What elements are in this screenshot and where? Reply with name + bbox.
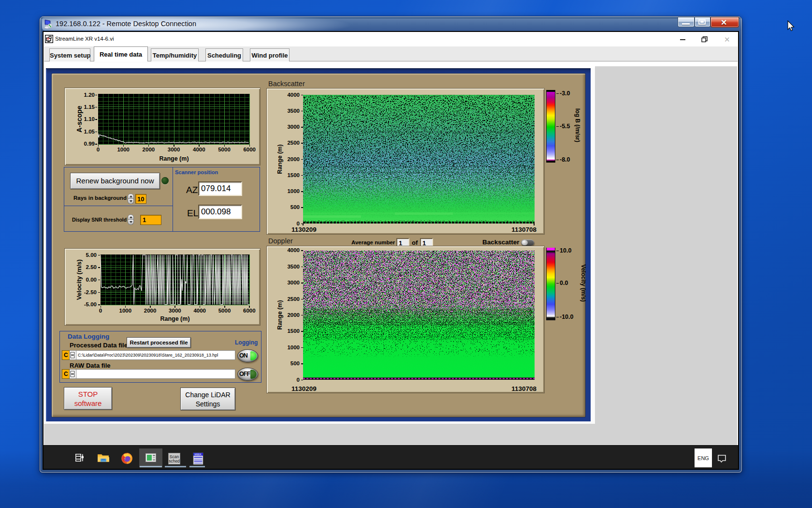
- svg-text:WEEK: WEEK: [194, 453, 202, 456]
